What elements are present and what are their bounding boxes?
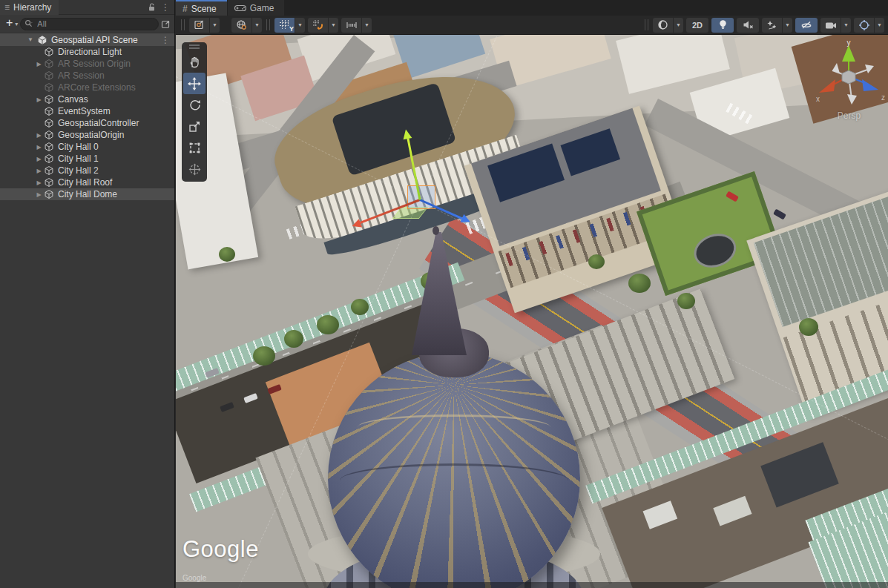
orientation-overlay-button[interactable]: ▼	[854, 18, 884, 33]
sculpture-circle	[689, 228, 740, 273]
eye-hidden-icon	[800, 20, 812, 30]
scene-tabstrip: # Scene Game	[176, 0, 888, 16]
handle-orientation-button[interactable]: ▼	[231, 18, 262, 33]
tree	[253, 346, 275, 366]
lock-icon[interactable]	[148, 3, 156, 12]
view-tool-button[interactable]	[183, 51, 205, 73]
effects-caret-icon[interactable]: ▼	[783, 18, 792, 33]
gizmo-cone-y[interactable]	[842, 45, 855, 62]
hierarchy-item[interactable]: ▶City Hall 1	[0, 153, 174, 165]
expand-arrow-icon[interactable]: ▶	[34, 191, 44, 198]
overlay-drag-handle[interactable]	[266, 19, 270, 30]
hierarchy-item[interactable]: ARCore Extensions	[0, 82, 174, 93]
gizmo-cone-back	[832, 63, 840, 73]
gizmo-axis-y-arrowhead-icon	[401, 128, 412, 139]
unity-editor-window: ≡ Hierarchy ⋮ + ▾ ▼ Geospatial API Scene	[0, 0, 888, 588]
tool-settings-button[interactable]: ▼	[189, 18, 220, 33]
search-picker-icon[interactable]	[161, 19, 171, 29]
camera-settings-caret-icon[interactable]: ▼	[841, 18, 851, 33]
expand-arrow-icon[interactable]: ▶	[34, 156, 44, 162]
create-object-caret-icon[interactable]: ▾	[15, 21, 18, 27]
tree	[799, 318, 818, 336]
expand-arrow-icon[interactable]: ▶	[34, 179, 44, 186]
gizmo-cone-x[interactable]	[819, 79, 835, 93]
hierarchy-item[interactable]: Directional Light	[0, 46, 174, 58]
create-object-button[interactable]: +	[4, 18, 13, 30]
gizmo-center-cube[interactable]	[842, 70, 855, 84]
tree	[317, 315, 339, 334]
snap-size-caret-icon[interactable]: ▼	[362, 18, 372, 33]
overlay-drag-handle[interactable]	[181, 19, 185, 30]
2d-toggle-button[interactable]: 2D	[686, 18, 708, 33]
lighting-toggle-button[interactable]	[711, 18, 734, 33]
expand-arrow-icon[interactable]: ▶	[34, 144, 44, 151]
shaded-sphere-icon	[657, 19, 668, 30]
tool-settings-icon	[194, 19, 205, 30]
hierarchy-item-label: EventSystem	[58, 106, 111, 116]
snap-increment-button[interactable]: ▼	[308, 18, 338, 33]
hierarchy-item[interactable]: ▶City Hall 0	[0, 141, 174, 153]
hierarchy-item[interactable]: GeospatialController	[0, 117, 174, 129]
grid-axis-caret-icon[interactable]: ▼	[295, 18, 305, 33]
rect-tool-button[interactable]	[183, 137, 205, 159]
audio-toggle-button[interactable]	[737, 18, 759, 33]
hierarchy-item-label: City Hall 0	[58, 142, 99, 152]
hierarchy-item[interactable]: ▶City Hall Dome	[0, 188, 174, 200]
hierarchy-item-label: AR Session	[58, 70, 105, 81]
scene-root-row[interactable]: ▼ Geospatial API Scene ⋮	[0, 33, 174, 46]
hierarchy-tabbar: ≡ Hierarchy ⋮	[0, 0, 174, 15]
hierarchy-item-label: Canvas	[58, 94, 88, 105]
snap-size-icon	[346, 20, 358, 30]
projection-label[interactable]: Persp	[810, 110, 888, 121]
hierarchy-item[interactable]: ▶City Hall Roof	[0, 176, 174, 188]
camera-settings-button[interactable]: ▼	[820, 18, 851, 33]
collapse-arrow-icon[interactable]: ▼	[25, 36, 36, 43]
view-orientation-gizmo[interactable]: y x z Persp	[810, 41, 888, 152]
rect-icon	[188, 142, 201, 154]
handle-orientation-caret-icon[interactable]: ▼	[252, 18, 262, 33]
hierarchy-tree: ▼ Geospatial API Scene ⋮ Directional Lig…	[0, 33, 174, 200]
search-input[interactable]	[36, 19, 154, 29]
tool-settings-caret-icon[interactable]: ▼	[210, 18, 220, 33]
gizmo-cone-z[interactable]	[862, 79, 878, 91]
scene-toolbar: ▼ ▼ Y ▼ ▼ ▼	[176, 16, 888, 35]
grid-icon	[279, 19, 290, 30]
draw-mode-caret-icon[interactable]: ▼	[674, 18, 683, 33]
tab-hierarchy[interactable]: ≡ Hierarchy	[0, 0, 59, 15]
hierarchy-item[interactable]: ▶GeospatialOrigin	[0, 129, 174, 141]
tab-scene[interactable]: # Scene	[176, 0, 227, 16]
hierarchy-item[interactable]: ▶City Hall 2	[0, 165, 174, 176]
hierarchy-item[interactable]: ▶Canvas	[0, 93, 174, 105]
expand-arrow-icon[interactable]: ▶	[34, 61, 44, 67]
expand-arrow-icon[interactable]: ▶	[34, 168, 44, 174]
orientation-overlay-caret-icon[interactable]: ▼	[875, 18, 884, 33]
hierarchy-panel-icon: ≡	[4, 3, 10, 12]
expand-arrow-icon[interactable]: ▶	[34, 132, 44, 139]
tree	[628, 274, 651, 293]
move-tool-button[interactable]	[183, 73, 205, 94]
scene-root-menu-icon[interactable]: ⋮	[161, 35, 170, 45]
scale-tool-button[interactable]	[183, 116, 205, 137]
grid-axis-button[interactable]: Y ▼	[274, 18, 305, 33]
scene-3d-viewport[interactable]: y x z Persp	[176, 35, 888, 588]
hierarchy-item[interactable]: ▶AR Session Origin	[0, 58, 174, 70]
effects-button[interactable]: ▼	[762, 18, 792, 33]
expand-arrow-icon[interactable]: ▶	[34, 96, 44, 103]
hierarchy-search[interactable]	[20, 18, 159, 30]
draw-mode-button[interactable]: ▼	[653, 18, 683, 33]
hierarchy-item-label: GeospatialController	[58, 118, 139, 128]
hierarchy-item[interactable]: EventSystem	[0, 105, 174, 117]
hierarchy-menu-icon[interactable]: ⋮	[161, 2, 170, 13]
hierarchy-item-label: City Hall Dome	[58, 189, 117, 199]
rotate-tool-button[interactable]	[183, 94, 205, 116]
tools-drag-handle[interactable]	[189, 44, 200, 49]
hierarchy-item-label: ARCore Extensions	[58, 82, 136, 93]
hierarchy-toolbar: + ▾	[0, 15, 174, 33]
scene-visibility-button[interactable]	[795, 18, 818, 33]
transform-tool-button[interactable]	[183, 159, 205, 180]
hierarchy-item[interactable]: AR Session	[0, 70, 174, 82]
tab-game[interactable]: Game	[228, 0, 285, 16]
snap-increment-caret-icon[interactable]: ▼	[329, 18, 338, 33]
overlay-drag-handle[interactable]	[645, 19, 648, 30]
snap-size-button[interactable]: ▼	[341, 18, 372, 33]
